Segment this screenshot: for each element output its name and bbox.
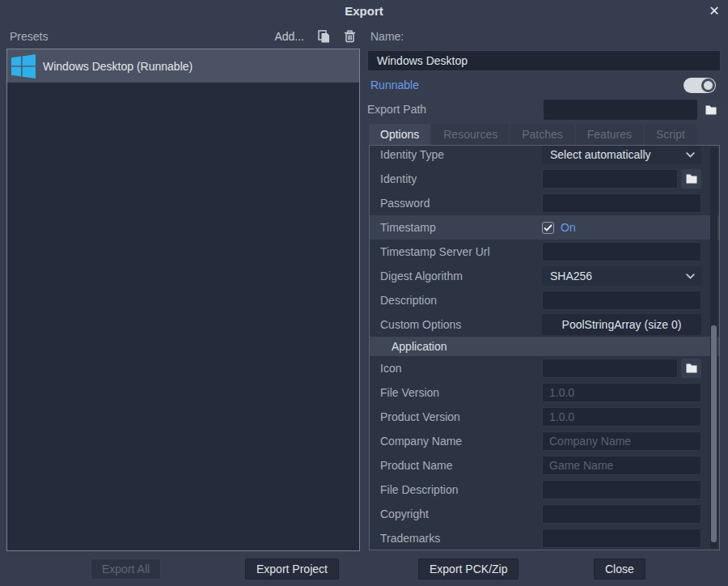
option-label: Product Name <box>380 459 542 472</box>
scrollbar-thumb[interactable] <box>711 325 717 542</box>
option-label: Description <box>380 294 542 307</box>
description-input[interactable] <box>542 291 701 310</box>
option-control: PoolStringArray (size 0) <box>542 314 701 335</box>
add-preset-button[interactable]: Add... <box>274 30 304 43</box>
option-label: Timestamp Server Url <box>380 245 542 258</box>
option-label: Custom Options <box>380 318 542 331</box>
option-row-product-name: Product NameGame Name <box>370 453 719 478</box>
export-pck-zip-button[interactable]: Export PCK/Zip <box>418 558 518 580</box>
icon-folder-button[interactable] <box>681 359 701 378</box>
option-label: Product Version <box>380 410 542 423</box>
option-label: Digest Algorithm <box>380 270 542 282</box>
option-row-product-version: Product Version1.0.0 <box>370 405 719 429</box>
name-input[interactable]: Windows Desktop <box>367 50 721 71</box>
option-control: 1.0.0 <box>542 383 701 402</box>
close-icon[interactable]: ✕ <box>705 0 723 22</box>
tab-patches[interactable]: Patches <box>510 124 574 145</box>
option-label: File Version <box>380 386 542 399</box>
option-control <box>542 291 701 310</box>
export-project-button[interactable]: Export Project <box>245 558 339 580</box>
preset-item-windows-desktop-runnable[interactable]: Windows Desktop (Runnable) <box>7 49 359 83</box>
delete-preset-icon[interactable] <box>344 30 356 43</box>
identity-folder-button[interactable] <box>681 169 701 189</box>
export-all-button: Export All <box>91 558 161 580</box>
file-description-input[interactable] <box>542 480 701 499</box>
options-scrollbar[interactable] <box>710 147 717 548</box>
option-label: Identity <box>380 172 542 185</box>
presets-label: Presets <box>10 30 48 43</box>
checkbox-state-label: On <box>561 221 576 234</box>
option-row-trademarks: Trademarks <box>370 526 719 550</box>
icon-input[interactable] <box>542 359 678 378</box>
windows-logo-icon <box>11 54 36 79</box>
duplicate-preset-icon[interactable] <box>318 30 330 43</box>
titlebar: Export ✕ <box>0 0 728 23</box>
folder-icon <box>686 363 697 373</box>
toggle-knob <box>701 79 715 92</box>
option-row-custom-options: Custom OptionsPoolStringArray (size 0) <box>370 312 719 337</box>
preset-item-label: Windows Desktop (Runnable) <box>43 60 193 73</box>
option-control: SHA256 <box>542 266 701 286</box>
option-row-file-version: File Version1.0.0 <box>370 380 719 405</box>
close-button[interactable]: Close <box>594 558 645 580</box>
option-label: File Description <box>380 483 542 496</box>
product-name-input[interactable]: Game Name <box>542 456 701 475</box>
tab-resources[interactable]: Resources <box>432 124 509 145</box>
option-row-copyright: Copyright <box>370 502 719 526</box>
option-control <box>542 529 701 548</box>
digest-algorithm-dropdown[interactable]: SHA256 <box>542 266 701 286</box>
tab-script[interactable]: Script <box>645 124 696 145</box>
option-label: Company Name <box>380 435 542 448</box>
option-control <box>542 193 701 213</box>
option-label: Application <box>392 340 447 353</box>
option-row-identity: Identity <box>370 167 719 191</box>
chevron-down-icon <box>686 274 695 279</box>
section-application: Application <box>370 337 719 356</box>
option-control <box>542 169 701 189</box>
presets-header: Presets Add... <box>10 28 356 45</box>
option-row-identity-type: Identity TypeSelect automatically <box>370 145 719 167</box>
option-label: Trademarks <box>380 532 542 545</box>
runnable-toggle[interactable] <box>684 78 716 93</box>
option-row-icon: Icon <box>370 356 719 380</box>
identity-input[interactable] <box>542 169 678 189</box>
presets-actions: Add... <box>274 30 356 43</box>
option-row-password: Password <box>370 191 719 215</box>
timestamp-server-url-input[interactable] <box>542 242 701 261</box>
option-control: Company Name <box>542 431 701 451</box>
password-input[interactable] <box>542 193 701 213</box>
folder-icon <box>686 174 697 184</box>
tab-features[interactable]: Features <box>576 124 643 145</box>
file-version-input[interactable]: 1.0.0 <box>542 383 701 402</box>
custom-options-button[interactable]: PoolStringArray (size 0) <box>542 314 701 335</box>
option-control: Game Name <box>542 456 701 475</box>
option-control <box>542 480 701 499</box>
option-control <box>542 242 701 261</box>
option-control: 1.0.0 <box>542 407 701 427</box>
option-label: Password <box>380 197 542 210</box>
option-label: Copyright <box>380 507 542 520</box>
option-row-file-description: File Description <box>370 478 719 502</box>
tab-options[interactable]: Options <box>369 124 430 145</box>
presets-list: Windows Desktop (Runnable) <box>6 49 360 551</box>
name-label: Name: <box>370 30 404 43</box>
option-row-digest-algorithm: Digest AlgorithmSHA256 <box>370 264 719 288</box>
timestamp-checkbox[interactable] <box>542 222 554 234</box>
export-dialog: Export ✕ Presets Add... Windows Desktop … <box>0 0 728 586</box>
export-path-folder-button[interactable] <box>700 100 721 120</box>
option-row-timestamp-server-url: Timestamp Server Url <box>370 240 719 264</box>
company-name-input[interactable]: Company Name <box>542 431 701 451</box>
export-path-input[interactable] <box>544 100 697 120</box>
option-control <box>542 359 701 378</box>
option-control: On <box>542 221 701 234</box>
identity-type-dropdown[interactable]: Select automatically <box>542 145 701 164</box>
dialog-title: Export <box>345 0 383 22</box>
trademarks-input[interactable] <box>542 529 701 548</box>
product-version-input[interactable]: 1.0.0 <box>542 407 701 427</box>
option-row-company-name: Company NameCompany Name <box>370 429 719 453</box>
option-control <box>542 504 701 524</box>
export-path-label: Export Path <box>367 103 426 116</box>
runnable-label[interactable]: Runnable <box>370 79 419 91</box>
dropdown-value: Select automatically <box>550 148 651 161</box>
copyright-input[interactable] <box>542 504 701 524</box>
